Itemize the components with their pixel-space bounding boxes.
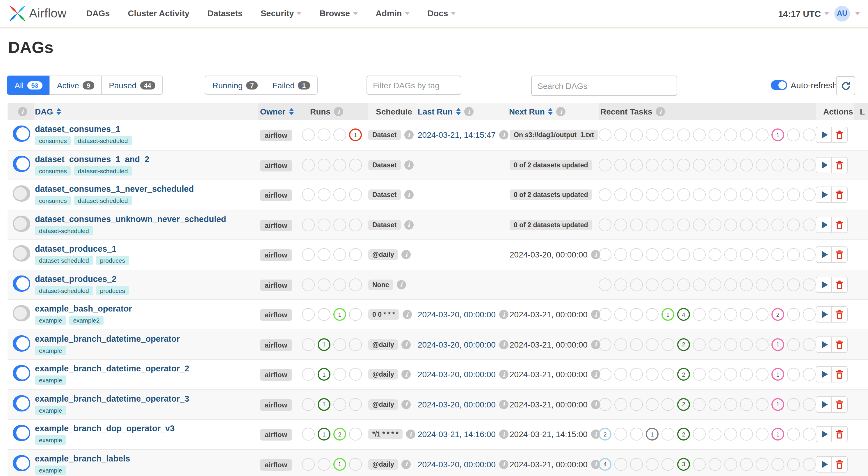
task-state-circle[interactable]: [614, 189, 627, 201]
info-icon[interactable]: i: [334, 107, 343, 116]
dag-link[interactable]: example_branch_dop_operator_v3: [35, 424, 258, 433]
task-state-circle[interactable]: 1: [771, 338, 784, 351]
trigger-dag-button[interactable]: [816, 367, 832, 383]
task-state-circle[interactable]: [709, 368, 721, 381]
task-state-circle[interactable]: [803, 338, 816, 351]
last-run-link[interactable]: 2024-03-20, 00:00:00: [418, 400, 496, 409]
task-state-circle[interactable]: [630, 338, 643, 351]
task-state-circle[interactable]: [599, 338, 612, 351]
run-state-circle[interactable]: [349, 308, 362, 321]
delete-dag-button[interactable]: [831, 456, 848, 473]
run-state-circle[interactable]: [349, 189, 362, 201]
info-icon[interactable]: i: [404, 190, 413, 200]
task-state-circle[interactable]: [787, 218, 800, 231]
info-icon[interactable]: i: [499, 340, 508, 349]
dag-link[interactable]: dataset_consumes_unknown_never_scheduled: [35, 214, 258, 224]
task-state-circle[interactable]: [709, 218, 721, 231]
task-state-circle[interactable]: [661, 159, 674, 171]
refresh-button[interactable]: [836, 76, 855, 95]
info-icon[interactable]: i: [397, 280, 406, 290]
task-state-circle[interactable]: [614, 159, 627, 171]
airflow-logo[interactable]: Airflow: [8, 4, 67, 23]
trigger-dag-button[interactable]: [816, 307, 832, 323]
info-icon[interactable]: i: [406, 430, 415, 439]
dag-tag[interactable]: produces: [96, 256, 129, 265]
task-state-circle[interactable]: [630, 458, 643, 471]
task-state-circle[interactable]: [630, 218, 643, 231]
nav-browse[interactable]: Browse: [319, 9, 358, 18]
task-state-circle[interactable]: 2: [677, 398, 690, 411]
last-run-link[interactable]: 2024-03-20, 00:00:00: [418, 310, 496, 319]
dag-link[interactable]: example_branch_datetime_operator_2: [35, 364, 258, 373]
dag-link[interactable]: dataset_produces_1: [35, 244, 258, 254]
nav-docs[interactable]: Docs: [427, 9, 456, 18]
dag-link[interactable]: example_branch_datetime_operator_3: [35, 394, 258, 403]
task-state-circle[interactable]: [599, 218, 612, 231]
delete-dag-button[interactable]: [831, 157, 848, 173]
last-run-link[interactable]: 2024-03-20, 00:00:00: [418, 370, 496, 379]
task-state-circle[interactable]: [803, 428, 816, 441]
dag-link[interactable]: dataset_consumes_1_and_2: [35, 155, 258, 164]
task-state-circle[interactable]: [709, 428, 721, 441]
run-state-circle[interactable]: 2: [333, 428, 346, 441]
task-state-circle[interactable]: [771, 278, 784, 291]
task-state-circle[interactable]: 1: [771, 428, 784, 441]
run-state-circle[interactable]: [302, 338, 315, 351]
dag-tag[interactable]: example: [35, 406, 66, 415]
dag-tag[interactable]: consumes: [35, 136, 71, 145]
run-state-circle[interactable]: [302, 129, 315, 141]
task-state-circle[interactable]: [724, 368, 737, 381]
task-state-circle[interactable]: [771, 189, 784, 201]
task-state-circle[interactable]: [756, 218, 769, 231]
tag-filter-input[interactable]: [367, 75, 461, 95]
info-icon[interactable]: i: [499, 370, 508, 379]
info-icon[interactable]: i: [499, 310, 508, 319]
task-state-circle[interactable]: [646, 218, 658, 231]
owner-badge[interactable]: airflow: [260, 429, 292, 441]
task-state-circle[interactable]: [693, 308, 706, 321]
info-icon[interactable]: i: [18, 107, 27, 116]
task-state-circle[interactable]: [709, 159, 721, 171]
owner-badge[interactable]: airflow: [260, 250, 292, 261]
run-state-circle[interactable]: [318, 278, 331, 291]
task-state-circle[interactable]: [756, 159, 769, 171]
task-state-circle[interactable]: [614, 368, 627, 381]
info-icon[interactable]: i: [402, 370, 411, 379]
task-state-circle[interactable]: [677, 218, 690, 231]
filter-tab-paused[interactable]: Paused44: [101, 75, 163, 95]
dag-link[interactable]: example_bash_operator: [35, 304, 258, 313]
task-state-circle[interactable]: 4: [677, 308, 690, 321]
delete-dag-button[interactable]: [831, 396, 848, 413]
nav-security[interactable]: Security: [260, 9, 301, 18]
task-state-circle[interactable]: [693, 398, 706, 411]
trigger-dag-button[interactable]: [816, 396, 832, 413]
owner-badge[interactable]: airflow: [260, 279, 292, 291]
owner-badge[interactable]: airflow: [260, 459, 292, 471]
sort-last-run[interactable]: Last Run: [418, 107, 461, 116]
task-state-circle[interactable]: [646, 278, 658, 291]
task-state-circle[interactable]: [646, 338, 658, 351]
task-state-circle[interactable]: [630, 129, 643, 141]
task-state-circle[interactable]: [630, 308, 643, 321]
dag-link[interactable]: dataset_consumes_1_never_scheduled: [35, 184, 258, 194]
run-state-circle[interactable]: [333, 368, 346, 381]
user-menu-chevron-icon[interactable]: [855, 12, 860, 15]
task-state-circle[interactable]: [756, 278, 769, 291]
dag-link[interactable]: dataset_consumes_1: [35, 125, 258, 134]
dag-link[interactable]: dataset_produces_2: [35, 274, 258, 284]
task-state-circle[interactable]: [614, 428, 627, 441]
run-state-circle[interactable]: [302, 248, 315, 261]
task-state-circle[interactable]: [646, 189, 658, 201]
dag-pause-toggle[interactable]: [13, 365, 30, 381]
info-icon[interactable]: i: [499, 131, 508, 140]
info-icon[interactable]: i: [556, 107, 566, 116]
dag-pause-toggle[interactable]: [13, 425, 30, 441]
dag-link[interactable]: example_branch_labels: [35, 454, 258, 463]
owner-badge[interactable]: airflow: [260, 190, 292, 201]
task-state-circle[interactable]: [756, 398, 769, 411]
task-state-circle[interactable]: [709, 338, 721, 351]
delete-dag-button[interactable]: [831, 127, 848, 143]
task-state-circle[interactable]: [661, 129, 674, 141]
task-state-circle[interactable]: [724, 458, 737, 471]
task-state-circle[interactable]: [599, 278, 612, 291]
